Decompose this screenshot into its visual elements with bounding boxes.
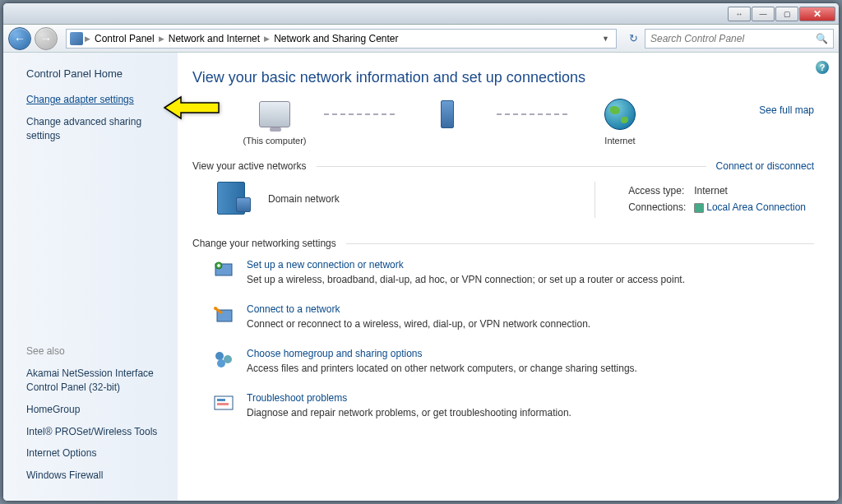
see-also-link[interactable]: Internet Options <box>26 446 168 460</box>
svg-rect-9 <box>217 403 229 405</box>
search-box[interactable]: 🔍 <box>645 29 834 49</box>
homegroup-icon <box>212 348 235 371</box>
back-button[interactable]: ← <box>8 27 31 50</box>
navbar: ← → ▶ Control Panel ▶ Network and Intern… <box>3 25 839 53</box>
connection-line-icon <box>324 113 398 115</box>
section-active-networks: View your active networks Connect or dis… <box>192 160 814 172</box>
connect-disconnect-link[interactable]: Connect or disconnect <box>716 160 814 172</box>
see-full-map-link[interactable]: See full map <box>759 104 814 116</box>
node-label: Internet <box>604 136 635 146</box>
chevron-right-icon: ▶ <box>159 35 164 43</box>
globe-icon <box>604 99 636 130</box>
task-homegroup[interactable]: Choose homegroup and sharing options Acc… <box>212 348 814 374</box>
task-troubleshoot[interactable]: Troubleshoot problems Diagnose and repai… <box>212 392 814 418</box>
access-type-label: Access type: <box>628 183 692 198</box>
breadcrumb-item[interactable]: Network and Internet <box>166 33 262 44</box>
section-label: Change your networking settings <box>192 238 336 249</box>
see-also-link[interactable]: Windows Firewall <box>26 469 168 483</box>
change-advanced-sharing-link[interactable]: Change advanced sharing settings <box>26 115 168 143</box>
svg-point-6 <box>217 359 225 368</box>
task-link[interactable]: Troubleshoot problems <box>247 392 571 404</box>
titlebar-unknown-button[interactable]: ↔ <box>728 7 751 21</box>
node-label: (This computer) <box>243 136 306 146</box>
task-description: Diagnose and repair network problems, or… <box>247 407 571 418</box>
setup-connection-icon <box>212 259 235 282</box>
svg-rect-8 <box>217 399 225 401</box>
divider <box>317 166 706 167</box>
troubleshoot-icon <box>212 392 235 415</box>
network-name[interactable]: Domain network <box>268 193 563 218</box>
breadcrumb[interactable]: ▶ Control Panel ▶ Network and Internet ▶… <box>66 29 617 49</box>
connections-label: Connections: <box>628 200 692 215</box>
task-connect-network[interactable]: Connect to a network Connect or reconnec… <box>212 303 814 330</box>
section-change-settings: Change your networking settings <box>192 238 814 249</box>
see-also-link[interactable]: Akamai NetSession Interface Control Pane… <box>26 367 168 395</box>
window: ↔ — ▢ ✕ ← → ▶ Control Panel ▶ Network an… <box>2 2 840 502</box>
close-button[interactable]: ✕ <box>799 7 835 21</box>
breadcrumb-item[interactable]: Network and Sharing Center <box>271 33 400 44</box>
chevron-right-icon: ▶ <box>85 35 90 43</box>
see-also-link[interactable]: HomeGroup <box>26 403 168 417</box>
task-link[interactable]: Choose homegroup and sharing options <box>247 348 637 359</box>
node-label <box>446 136 448 146</box>
sidebar: Control Panel Home Change adapter settin… <box>3 53 178 501</box>
breadcrumb-item[interactable]: Control Panel <box>92 33 157 44</box>
svg-point-4 <box>215 352 224 360</box>
change-adapter-settings-link[interactable]: Change adapter settings <box>26 93 168 107</box>
help-icon[interactable]: ? <box>816 61 829 74</box>
page-title: View your basic network information and … <box>192 69 814 86</box>
control-panel-home-link[interactable]: Control Panel Home <box>26 67 168 80</box>
network-node-computer[interactable]: (This computer) <box>225 98 324 146</box>
see-also-label: See also <box>26 345 168 357</box>
active-network-row: Domain network Access type: Internet Con… <box>217 182 814 218</box>
task-description: Connect or reconnect to a wireless, wire… <box>247 318 590 330</box>
connect-network-icon <box>212 303 235 326</box>
access-type-value: Internet <box>694 183 812 198</box>
divider <box>594 182 595 218</box>
computer-icon <box>259 101 290 127</box>
search-input[interactable] <box>650 33 816 44</box>
network-node-internet[interactable]: Internet <box>571 98 669 146</box>
divider <box>346 243 814 244</box>
ethernet-icon <box>694 203 704 213</box>
task-link[interactable]: Set up a new connection or network <box>247 259 685 270</box>
minimize-button[interactable]: — <box>752 7 775 21</box>
task-link[interactable]: Connect to a network <box>247 303 590 315</box>
connection-link[interactable]: Local Area Connection <box>706 201 806 213</box>
connection-line-icon <box>497 113 571 115</box>
network-details: Access type: Internet Connections: Local… <box>627 182 814 218</box>
chevron-right-icon: ▶ <box>264 35 270 43</box>
forward-button[interactable]: → <box>35 27 58 50</box>
task-description: Set up a wireless, broadband, dial-up, a… <box>247 274 685 285</box>
refresh-button[interactable]: ↻ <box>625 30 641 47</box>
svg-point-3 <box>214 307 217 310</box>
network-node-gateway[interactable] <box>398 98 497 146</box>
domain-network-icon <box>217 182 245 215</box>
task-description: Access files and printers located on oth… <box>247 363 637 374</box>
breadcrumb-dropdown-icon[interactable]: ▼ <box>599 35 613 43</box>
router-icon <box>441 100 454 128</box>
control-panel-icon <box>70 32 83 45</box>
main-panel: ? View your basic network information an… <box>178 53 839 501</box>
network-map: (This computer) Internet See full map <box>225 98 814 146</box>
section-label: View your active networks <box>192 160 307 172</box>
see-also-link[interactable]: Intel® PROSet/Wireless Tools <box>26 425 168 439</box>
search-icon[interactable]: 🔍 <box>816 33 828 44</box>
content: Control Panel Home Change adapter settin… <box>3 53 839 501</box>
task-setup-connection[interactable]: Set up a new connection or network Set u… <box>212 259 814 285</box>
maximize-button[interactable]: ▢ <box>775 7 798 21</box>
titlebar: ↔ — ▢ ✕ <box>3 3 839 25</box>
